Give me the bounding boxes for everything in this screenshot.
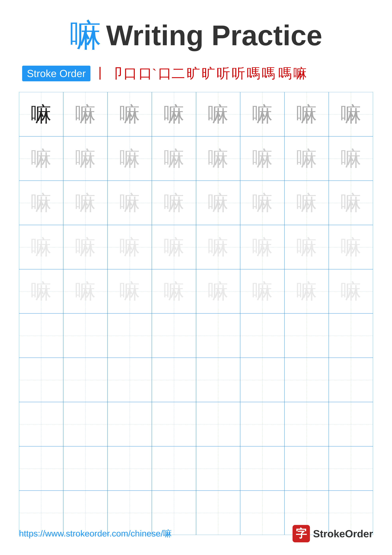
grid-cell-4-5[interactable]: 嘛	[196, 225, 240, 269]
grid-row-8	[19, 402, 373, 446]
practice-char: 嘛	[31, 193, 51, 213]
grid-cell-1-6[interactable]: 嘛	[240, 92, 285, 136]
brand-icon: 字	[292, 525, 310, 542]
grid-cell-7-8[interactable]	[329, 358, 373, 402]
grid-cell-7-7[interactable]	[285, 358, 329, 402]
practice-char: 嘛	[119, 193, 140, 213]
practice-char: 嘛	[75, 281, 96, 301]
grid-cell-8-5[interactable]	[196, 402, 240, 446]
grid-cell-2-5[interactable]: 嘛	[196, 136, 240, 181]
grid-cell-3-4[interactable]: 嘛	[152, 181, 196, 225]
grid-cell-9-6[interactable]	[240, 446, 285, 491]
grid-cell-2-4[interactable]: 嘛	[152, 136, 196, 181]
grid-cell-4-6[interactable]: 嘛	[240, 225, 285, 269]
grid-cell-8-1[interactable]	[19, 402, 63, 446]
footer-brand: 字 StrokeOrder	[292, 525, 373, 542]
grid-cell-4-7[interactable]: 嘛	[285, 225, 329, 269]
grid-cell-8-6[interactable]	[240, 402, 285, 446]
practice-char: 嘛	[75, 237, 96, 257]
grid-cell-1-2[interactable]: 嘛	[63, 92, 107, 136]
grid-cell-1-1[interactable]: 嘛	[19, 92, 63, 136]
grid-cell-9-3[interactable]	[107, 446, 152, 491]
practice-char: 嘛	[341, 281, 361, 301]
practice-char: 嘛	[208, 148, 228, 169]
grid-row-6	[19, 314, 373, 358]
grid-cell-5-2[interactable]: 嘛	[63, 269, 107, 314]
grid-row-1: 嘛 嘛 嘛 嘛 嘛 嘛 嘛 嘛	[19, 92, 373, 136]
practice-char: 嘛	[164, 193, 184, 213]
grid-cell-1-8[interactable]: 嘛	[329, 92, 373, 136]
grid-cell-6-6[interactable]	[240, 314, 285, 358]
grid-cell-1-3[interactable]: 嘛	[107, 92, 152, 136]
grid-cell-8-4[interactable]	[152, 402, 196, 446]
grid-cell-4-2[interactable]: 嘛	[63, 225, 107, 269]
grid-cell-5-6[interactable]: 嘛	[240, 269, 285, 314]
footer-url[interactable]: https://www.strokeorder.com/chinese/嘛	[19, 528, 172, 540]
grid-cell-4-3[interactable]: 嘛	[107, 225, 152, 269]
grid-cell-5-4[interactable]: 嘛	[152, 269, 196, 314]
grid-cell-7-4[interactable]	[152, 358, 196, 402]
grid-cell-9-7[interactable]	[285, 446, 329, 491]
grid-cell-7-3[interactable]	[107, 358, 152, 402]
practice-char: 嘛	[119, 148, 140, 169]
grid-cell-1-7[interactable]: 嘛	[285, 92, 329, 136]
grid-cell-5-3[interactable]: 嘛	[107, 269, 152, 314]
stroke-step-5: 口二	[158, 64, 185, 83]
grid-cell-8-7[interactable]	[285, 402, 329, 446]
grid-cell-8-8[interactable]	[329, 402, 373, 446]
grid-cell-2-7[interactable]: 嘛	[285, 136, 329, 181]
grid-cell-3-3[interactable]: 嘛	[107, 181, 152, 225]
practice-char: 嘛	[341, 104, 361, 124]
stroke-step-3: 口	[124, 64, 137, 83]
grid-cell-9-4[interactable]	[152, 446, 196, 491]
grid-cell-6-4[interactable]	[152, 314, 196, 358]
stroke-step-4: 口`	[139, 64, 157, 83]
grid-cell-6-7[interactable]	[285, 314, 329, 358]
practice-char: 嘛	[341, 237, 361, 257]
grid-cell-4-1[interactable]: 嘛	[19, 225, 63, 269]
grid-cell-9-1[interactable]	[19, 446, 63, 491]
title-character: 嘛	[70, 20, 101, 51]
grid-cell-7-6[interactable]	[240, 358, 285, 402]
brand-name: StrokeOrder	[313, 528, 373, 540]
grid-cell-5-1[interactable]: 嘛	[19, 269, 63, 314]
stroke-step-2: 卩	[109, 64, 122, 83]
grid-cell-8-3[interactable]	[107, 402, 152, 446]
grid-cell-9-8[interactable]	[329, 446, 373, 491]
stroke-step-10: 嗎	[247, 64, 260, 83]
practice-char: 嘛	[31, 281, 51, 301]
grid-cell-3-7[interactable]: 嘛	[285, 181, 329, 225]
grid-cell-7-2[interactable]	[63, 358, 107, 402]
grid-cell-2-2[interactable]: 嘛	[63, 136, 107, 181]
grid-cell-4-8[interactable]: 嘛	[329, 225, 373, 269]
grid-cell-5-7[interactable]: 嘛	[285, 269, 329, 314]
grid-cell-9-5[interactable]	[196, 446, 240, 491]
grid-cell-2-6[interactable]: 嘛	[240, 136, 285, 181]
practice-char: 嘛	[208, 237, 228, 257]
grid-row-2: 嘛 嘛 嘛 嘛 嘛 嘛 嘛 嘛	[19, 136, 373, 181]
grid-cell-8-2[interactable]	[63, 402, 107, 446]
grid-cell-9-2[interactable]	[63, 446, 107, 491]
grid-cell-6-1[interactable]	[19, 314, 63, 358]
grid-cell-6-2[interactable]	[63, 314, 107, 358]
grid-cell-5-5[interactable]: 嘛	[196, 269, 240, 314]
grid-cell-4-4[interactable]: 嘛	[152, 225, 196, 269]
grid-cell-6-5[interactable]	[196, 314, 240, 358]
practice-char: 嘛	[31, 104, 51, 124]
grid-cell-6-8[interactable]	[329, 314, 373, 358]
grid-cell-1-4[interactable]: 嘛	[152, 92, 196, 136]
stroke-step-8: 听	[217, 64, 230, 83]
grid-cell-2-8[interactable]: 嘛	[329, 136, 373, 181]
grid-cell-5-8[interactable]: 嘛	[329, 269, 373, 314]
grid-cell-6-3[interactable]	[107, 314, 152, 358]
grid-cell-7-5[interactable]	[196, 358, 240, 402]
grid-cell-1-5[interactable]: 嘛	[196, 92, 240, 136]
grid-cell-3-1[interactable]: 嘛	[19, 181, 63, 225]
grid-cell-3-5[interactable]: 嘛	[196, 181, 240, 225]
grid-cell-2-3[interactable]: 嘛	[107, 136, 152, 181]
grid-cell-3-2[interactable]: 嘛	[63, 181, 107, 225]
grid-cell-2-1[interactable]: 嘛	[19, 136, 63, 181]
grid-cell-3-8[interactable]: 嘛	[329, 181, 373, 225]
grid-cell-3-6[interactable]: 嘛	[240, 181, 285, 225]
grid-cell-7-1[interactable]	[19, 358, 63, 402]
